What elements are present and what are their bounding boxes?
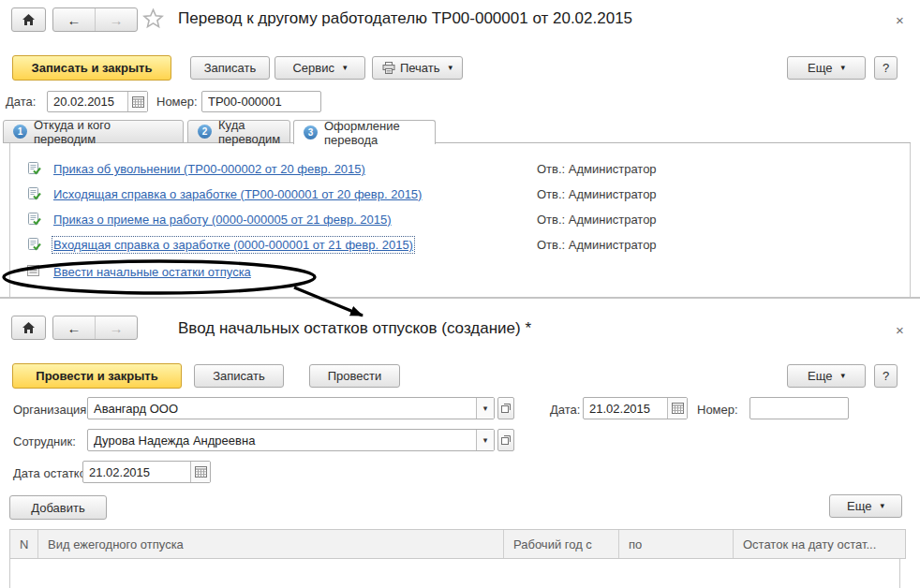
responsible-label: Отв.: Администратор	[537, 187, 657, 201]
number-field	[201, 91, 321, 112]
calendar-icon	[672, 403, 684, 414]
employee-dropdown-button[interactable]: ▾	[476, 430, 494, 450]
home-icon	[22, 321, 36, 334]
document-posted-icon	[26, 237, 41, 255]
step-3-badge: 3	[304, 125, 318, 140]
chevron-down-icon: ▾	[880, 502, 884, 510]
chevron-down-icon: ▾	[483, 404, 488, 413]
post-button[interactable]: Провести	[309, 364, 400, 388]
help-label: ?	[883, 369, 889, 383]
window-title: Ввод начальных остатков отпусков (создан…	[178, 319, 531, 338]
more-label: Еще	[847, 499, 871, 513]
calendar-button[interactable]	[127, 92, 147, 111]
history-nav: ← →	[52, 7, 138, 32]
organization-open-button[interactable]	[497, 397, 514, 419]
save-label: Записать	[204, 61, 257, 75]
vacation-table-header: N Вид ежегодного отпуска Рабочий год с п…	[9, 529, 906, 559]
balance-date-input[interactable]	[83, 462, 190, 482]
save-button[interactable]: Записать	[190, 56, 270, 80]
responsible-label: Отв.: Администратор	[537, 238, 657, 252]
organization-dropdown-button[interactable]: ▾	[476, 398, 494, 419]
add-row-button[interactable]: Добавить	[9, 495, 107, 520]
service-menu-button[interactable]: Сервис ▾	[275, 56, 365, 80]
add-row-label: Добавить	[31, 501, 84, 515]
post-and-close-button[interactable]: Провести и закрыть	[12, 363, 182, 389]
hiring-order-link[interactable]: Приказ о приеме на работу (0000-000005 о…	[53, 213, 392, 227]
doc-date-label: Дата:	[550, 403, 580, 417]
print-menu-button[interactable]: Печать ▾	[372, 56, 463, 80]
open-in-window-icon	[500, 403, 512, 414]
help-button[interactable]: ?	[874, 56, 898, 80]
date-field	[47, 91, 148, 112]
favorite-star-icon[interactable]	[142, 7, 164, 32]
tab-transfer-registration[interactable]: 3 Оформление перевода	[293, 120, 436, 144]
print-label: Печать	[400, 61, 440, 75]
doc-number-label: Номер:	[697, 403, 738, 417]
calendar-icon	[195, 466, 207, 478]
list-document-icon	[26, 264, 40, 280]
column-header-n[interactable]: N	[10, 530, 38, 558]
enter-initial-vacation-balances-link[interactable]: Ввести начальные остатки отпуска	[53, 265, 251, 279]
calendar-button[interactable]	[667, 398, 687, 419]
step-2-badge: 2	[198, 125, 212, 139]
employee-input[interactable]	[88, 430, 476, 450]
step-1-badge: 1	[13, 125, 27, 139]
doc-date-input[interactable]	[584, 398, 667, 419]
help-label: ?	[883, 61, 889, 75]
vacation-table-body[interactable]	[9, 559, 900, 588]
printer-icon	[382, 62, 395, 74]
incoming-earnings-certificate-link[interactable]: Входящая справка о заработке (0000-00000…	[53, 238, 413, 252]
responsible-label: Отв.: Администратор	[537, 213, 657, 227]
document-posted-icon	[26, 161, 41, 179]
close-icon[interactable]: ×	[896, 323, 904, 337]
tab-from-whom[interactable]: 1 Откуда и кого переводим	[3, 120, 184, 143]
post-label: Провести	[328, 369, 382, 383]
doc-date-field	[583, 397, 688, 419]
number-input[interactable]	[202, 92, 320, 111]
back-button[interactable]: ←	[53, 8, 95, 31]
back-button[interactable]: ←	[53, 316, 95, 339]
chevron-down-icon: ▾	[483, 435, 488, 445]
organization-input[interactable]	[88, 398, 476, 419]
employee-label: Сотрудник:	[13, 434, 76, 448]
calendar-button[interactable]	[190, 462, 210, 482]
more-button[interactable]: Еще ▾	[787, 364, 866, 388]
service-label: Сервис	[292, 61, 334, 75]
forward-button[interactable]: →	[95, 8, 137, 31]
organization-label: Организация:	[13, 403, 90, 417]
column-header-work-year-from[interactable]: Рабочий год с	[504, 530, 619, 558]
chevron-down-icon: ▾	[840, 64, 845, 72]
table-more-button[interactable]: Еще ▾	[829, 494, 902, 518]
save-button[interactable]: Записать	[194, 364, 284, 388]
outgoing-earnings-certificate-link[interactable]: Исходящая справка о заработке (ТР00-0000…	[53, 187, 422, 201]
doc-number-input[interactable]	[750, 398, 848, 419]
chevron-down-icon: ▾	[449, 64, 453, 72]
employee-open-button[interactable]	[497, 429, 514, 451]
more-label: Еще	[808, 61, 832, 75]
more-button[interactable]: Еще ▾	[787, 56, 866, 80]
column-header-work-year-to[interactable]: по	[619, 530, 734, 558]
close-icon[interactable]: ×	[896, 13, 904, 27]
column-header-vacation-type[interactable]: Вид ежегодного отпуска	[38, 530, 504, 558]
date-input[interactable]	[48, 92, 127, 111]
home-button[interactable]	[11, 316, 46, 340]
balance-date-field	[82, 461, 211, 483]
window-title: Перевод к другому работодателю ТР00-0000…	[178, 9, 632, 28]
number-label: Номер:	[156, 95, 198, 109]
home-button[interactable]	[11, 7, 46, 32]
home-icon	[22, 13, 36, 26]
organization-field: ▾	[87, 397, 495, 419]
dismissal-order-link[interactable]: Приказ об увольнении (ТР00-000002 от 20 …	[53, 162, 365, 176]
save-label: Записать	[213, 369, 265, 383]
column-header-balance[interactable]: Остаток на дату остат...	[734, 530, 905, 558]
tab-label: Оформление перевода	[324, 119, 425, 147]
history-nav: ← →	[52, 316, 138, 340]
tab-to-where[interactable]: 2 Куда переводим	[187, 120, 290, 143]
document-posted-icon	[26, 186, 41, 204]
help-button[interactable]: ?	[874, 364, 898, 388]
save-and-close-button[interactable]: Записать и закрыть	[12, 55, 171, 81]
date-label: Дата:	[6, 95, 36, 109]
calendar-icon	[132, 96, 144, 108]
forward-button[interactable]: →	[95, 316, 137, 339]
chevron-down-icon: ▾	[840, 372, 845, 380]
